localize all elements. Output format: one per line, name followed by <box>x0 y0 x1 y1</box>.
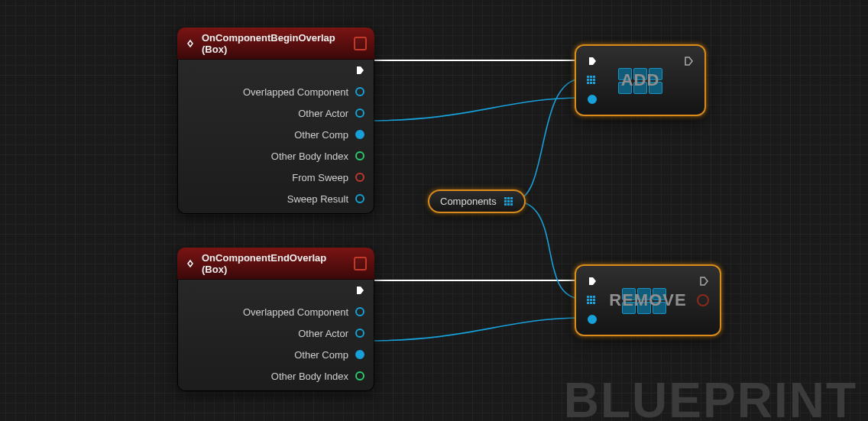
pin-label: Overlapped Component <box>243 86 348 98</box>
from-sweep-pin[interactable] <box>355 172 365 183</box>
array-icon <box>618 68 661 92</box>
node-header[interactable]: OnComponentEndOverlap (Box) <box>177 248 374 280</box>
delegate-pin[interactable] <box>354 257 367 270</box>
array-remove-node[interactable]: REMOVE <box>575 264 721 336</box>
node-title: OnComponentBeginOverlap (Box) <box>202 32 348 55</box>
pin-label: Other Actor <box>298 108 348 119</box>
variable-label: Components <box>440 196 497 207</box>
exec-out-pin[interactable] <box>683 56 694 66</box>
other-actor-pin[interactable] <box>355 328 365 338</box>
pin-label: Overlapped Component <box>243 306 348 318</box>
other-comp-pin[interactable] <box>355 349 365 360</box>
array-target-pin[interactable] <box>587 296 596 305</box>
watermark: BLUEPRINT <box>564 372 857 421</box>
delegate-pin[interactable] <box>354 37 367 50</box>
variable-node-components[interactable]: Components <box>428 189 526 213</box>
pin-label: Other Comp <box>294 129 348 141</box>
exec-out-pin[interactable] <box>355 65 365 76</box>
event-icon <box>185 258 196 269</box>
overlapped-component-pin[interactable] <box>355 306 365 317</box>
array-pin-icon[interactable] <box>504 197 513 206</box>
array-target-pin[interactable] <box>587 76 596 85</box>
node-title: OnComponentEndOverlap (Box) <box>202 252 348 275</box>
pin-label: Sweep Result <box>287 193 348 205</box>
event-node-end-overlap[interactable]: OnComponentEndOverlap (Box) Overlapped C… <box>177 248 374 391</box>
item-input-pin[interactable] <box>587 314 598 325</box>
pin-label: From Sweep <box>292 172 348 183</box>
sweep-result-pin[interactable] <box>355 193 365 204</box>
pin-label: Other Actor <box>298 328 348 339</box>
exec-out-pin[interactable] <box>698 276 709 287</box>
body-index-pin[interactable] <box>355 371 365 381</box>
other-actor-pin[interactable] <box>355 108 365 118</box>
exec-in-pin[interactable] <box>587 56 598 66</box>
pin-label: Other Body Index <box>271 371 348 382</box>
body-index-pin[interactable] <box>355 151 365 161</box>
overlapped-component-pin[interactable] <box>355 86 365 97</box>
array-add-node[interactable]: ADD <box>575 44 706 116</box>
array-icon <box>622 288 665 313</box>
pin-label: Other Comp <box>294 349 348 361</box>
exec-in-pin[interactable] <box>587 276 598 287</box>
event-icon <box>185 38 196 49</box>
exec-out-pin[interactable] <box>355 285 365 296</box>
event-node-begin-overlap[interactable]: OnComponentBeginOverlap (Box) Overlapped… <box>177 28 374 214</box>
other-comp-pin[interactable] <box>355 129 365 140</box>
node-header[interactable]: OnComponentBeginOverlap (Box) <box>177 28 374 60</box>
return-pin[interactable] <box>697 294 709 306</box>
item-input-pin[interactable] <box>587 94 598 105</box>
pin-label: Other Body Index <box>271 151 348 162</box>
